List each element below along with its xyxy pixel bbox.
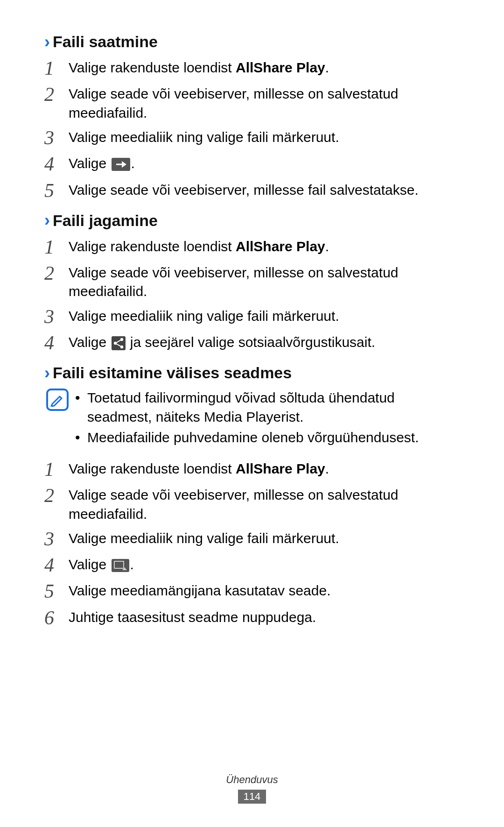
step-text: Valige seade või veebiserver, millesse f… [69,180,460,200]
step-number: 2 [44,262,69,284]
text: ja seejärel valige sotsiaalvõrgustikusai… [126,334,376,350]
step-item: 4 Valige . [44,153,460,175]
chevron-right-icon: › [44,212,50,229]
step-text: Valige seade või veebiserver, millesse o… [69,262,460,301]
manual-page: › Faili saatmine 1 Valige rakenduste loe… [0,0,504,661]
note-bullets: Toetatud failivormingud võivad sõltuda ü… [75,389,460,449]
step-list: 1 Valige rakenduste loendist AllShare Pl… [44,459,460,629]
step-text: Valige rakenduste loendist AllShare Play… [69,236,460,256]
step-item: 3 Valige meedialiik ning valige faili mä… [44,528,460,550]
step-number: 3 [44,127,69,148]
step-number: 2 [44,84,69,105]
step-number: 3 [44,306,69,327]
step-text: Valige meediamängijana kasutatav seade. [69,580,460,601]
step-item: 1 Valige rakenduste loendist AllShare Pl… [44,459,460,480]
step-number: 5 [44,580,69,602]
text: . [325,461,329,476]
svg-line-4 [115,343,122,347]
bold-text: AllShare Play [236,461,325,476]
step-item: 3 Valige meedialiik ning valige faili mä… [44,306,460,327]
step-text: Valige meedialiik ning valige faili märk… [69,306,460,326]
step-number: 1 [44,236,69,258]
text: Valige rakenduste loendist [69,239,236,254]
text: Valige rakenduste loendist [69,461,236,476]
bold-text: AllShare Play [236,60,325,75]
svg-line-3 [115,339,122,343]
step-number: 5 [44,180,69,201]
step-text: Juhtige taasesitust seadme nuppudega. [69,607,460,627]
text: . [131,156,135,171]
step-text: Valige rakenduste loendist AllShare Play… [69,57,460,78]
step-item: 1 Valige rakenduste loendist AllShare Pl… [44,57,460,79]
step-number: 4 [44,554,69,576]
bold-text: AllShare Play [236,239,325,254]
step-number: 3 [44,528,69,550]
text: Valige [69,557,111,572]
step-text: Valige seade või veebiserver, millesse o… [69,84,460,122]
step-item: 3 Valige meedialiik ning valige faili mä… [44,127,460,148]
section-heading: › Faili jagamine [44,212,460,230]
step-item: 1 Valige rakenduste loendist AllShare Pl… [44,236,460,258]
note-item: Meediafailide puhvedamine oleneb võrguüh… [75,428,460,447]
step-text: Valige seade või veebiserver, millesse o… [69,485,460,523]
step-number: 1 [44,459,69,480]
note-block: Toetatud failivormingud võivad sõltuda ü… [44,389,460,449]
page-footer: Ühenduvus 114 [0,774,504,804]
step-text: Valige rakenduste loendist AllShare Play… [69,459,460,479]
step-text: Valige meedialiik ning valige faili märk… [69,127,460,147]
step-item: 4 Valige ja seejärel valige sotsiaalvõrg… [44,332,460,353]
step-text: Valige meedialiik ning valige faili märk… [69,528,460,548]
share-icon [112,336,126,350]
text: Valige rakenduste loendist [69,60,236,75]
step-number: 6 [44,607,69,629]
step-number: 2 [44,485,69,506]
step-list: 1 Valige rakenduste loendist AllShare Pl… [44,57,460,201]
page-number: 114 [238,790,266,804]
heading-text: Faili jagamine [53,212,158,230]
step-text: Valige . [69,153,460,173]
step-text: Valige ja seejärel valige sotsiaalvõrgus… [69,332,460,352]
heading-text: Faili esitamine välises seadmes [53,364,292,382]
section-heading: › Faili saatmine [44,33,460,51]
cast-icon [112,559,129,572]
step-item: 4 Valige . [44,554,460,576]
step-number: 4 [44,153,69,175]
step-item: 5 Valige seade või veebiserver, millesse… [44,180,460,201]
forward-icon [112,158,130,171]
step-item: 6 Juhtige taasesitust seadme nuppudega. [44,607,460,629]
text: . [325,60,329,75]
heading-text: Faili saatmine [53,33,158,51]
chevron-right-icon: › [44,34,50,50]
note-icon [46,389,69,411]
step-text: Valige . [69,554,460,574]
text: Valige [69,156,111,171]
step-number: 1 [44,57,69,79]
chevron-right-icon: › [44,365,50,382]
step-item: 5 Valige meediamängijana kasutatav seade… [44,580,460,602]
step-item: 2 Valige seade või veebiserver, millesse… [44,84,460,122]
footer-category: Ühenduvus [0,774,504,786]
text: . [130,557,134,572]
section-heading: › Faili esitamine välises seadmes [44,364,460,382]
step-item: 2 Valige seade või veebiserver, millesse… [44,485,460,523]
step-item: 2 Valige seade või veebiserver, millesse… [44,262,460,301]
text: Valige [69,334,111,350]
step-number: 4 [44,332,69,353]
text: . [325,239,329,254]
note-item: Toetatud failivormingud võivad sõltuda ü… [75,389,460,426]
step-list: 1 Valige rakenduste loendist AllShare Pl… [44,236,460,354]
